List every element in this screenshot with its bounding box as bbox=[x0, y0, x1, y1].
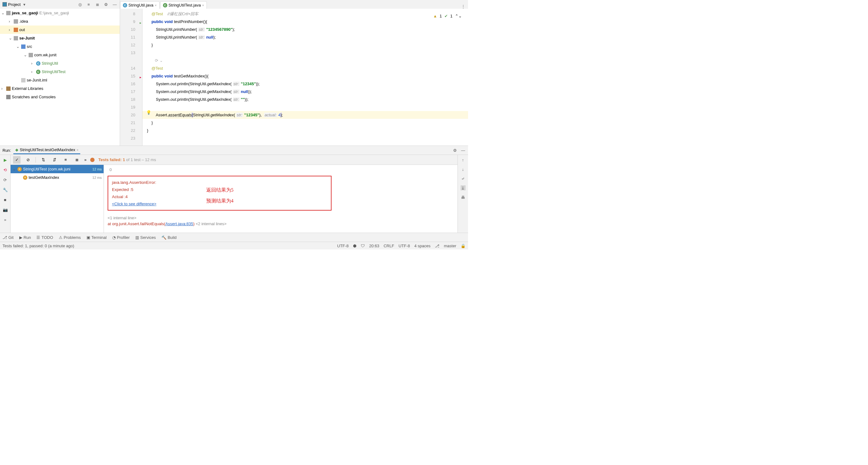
tree-sejunit[interactable]: ⌄ se-Junit bbox=[0, 34, 120, 42]
gear-icon[interactable]: ⚙ bbox=[453, 148, 458, 153]
collapse-all-icon[interactable]: ≣ bbox=[73, 156, 81, 164]
collapse-icon[interactable]: ≣ bbox=[95, 2, 100, 7]
project-icon bbox=[2, 2, 7, 6]
assertion-error: java.lang.AssertionError: bbox=[112, 180, 156, 185]
git-tool[interactable]: ⎇Git bbox=[2, 235, 14, 240]
line-separator[interactable]: CRLF bbox=[383, 244, 394, 248]
project-label: Project bbox=[8, 2, 21, 7]
warning-icon: ▲ bbox=[433, 14, 437, 18]
indent[interactable]: 4 spaces bbox=[414, 244, 430, 248]
tree-idea[interactable]: › .idea bbox=[0, 17, 120, 26]
test-time: 12 ms bbox=[92, 167, 102, 171]
play-icon: ▶ bbox=[19, 235, 22, 240]
tree-class-stringutiltest[interactable]: › C StringUtilTest bbox=[0, 67, 120, 76]
minimize-icon[interactable]: — bbox=[461, 148, 466, 153]
chevron-right-icon: › bbox=[31, 61, 35, 66]
git-branch[interactable]: master bbox=[444, 244, 456, 248]
close-icon[interactable]: × bbox=[155, 3, 156, 7]
intention-bulb-icon[interactable]: 💡 bbox=[146, 110, 151, 115]
gear-icon[interactable]: ⚙ bbox=[103, 2, 108, 7]
test-class-row[interactable]: ⌄ ✕ StringUtilTest (com.wk.juni 12 ms bbox=[10, 165, 103, 173]
code-editor[interactable]: 8 9▸ 10 11 12 13 14 15▸ 16 17 18 19 20 2… bbox=[120, 9, 468, 146]
console-output[interactable]: 0 java.lang.AssertionError: Expected :5 … bbox=[104, 165, 458, 232]
editor-tab-stringutil[interactable]: C StringUtil.java × bbox=[120, 1, 159, 9]
dump-icon[interactable]: 📷 bbox=[3, 207, 8, 212]
stop-icon[interactable]: ■ bbox=[3, 197, 8, 202]
libraries-icon bbox=[6, 87, 10, 91]
expand-icon[interactable]: ≡ bbox=[86, 2, 91, 7]
warning-icon: ⚠ bbox=[59, 235, 63, 240]
show-passed-icon[interactable]: ✓ bbox=[13, 156, 21, 164]
tree-external-libs[interactable]: › External Libraries bbox=[0, 84, 120, 93]
sort-icon-2[interactable]: ⇵ bbox=[51, 156, 58, 164]
rerun-failed-icon[interactable]: ⟲ bbox=[3, 167, 8, 172]
java-class-icon: C bbox=[36, 61, 40, 66]
build-tool[interactable]: 🔨Build bbox=[161, 235, 177, 240]
more-icon[interactable]: » bbox=[3, 217, 8, 222]
target-icon[interactable]: ◎ bbox=[78, 2, 83, 7]
java-test-class-icon: C bbox=[36, 70, 40, 74]
tree-label: Scratches and Consoles bbox=[12, 95, 56, 99]
tree-pkg[interactable]: ⌄ com.wk.junit bbox=[0, 51, 120, 59]
tree-iml[interactable]: › se-Junit.iml bbox=[0, 76, 120, 84]
folder-icon bbox=[14, 28, 18, 32]
soft-wrap-icon[interactable]: ⤶ bbox=[461, 176, 466, 181]
tree-src[interactable]: ⌄ src bbox=[0, 42, 120, 51]
problems-tool[interactable]: ⚠Problems bbox=[59, 235, 81, 240]
ide-icon[interactable]: ⬢ bbox=[353, 244, 356, 248]
test-tree[interactable]: ⌄ ✕ StringUtilTest (com.wk.juni 12 ms ✕ … bbox=[10, 165, 104, 232]
todo-tool[interactable]: ☰TODO bbox=[36, 235, 53, 240]
up-icon[interactable]: ↑ bbox=[461, 157, 466, 162]
tests-failed-label: Tests failed: 1 bbox=[98, 157, 125, 162]
stacktrace-link[interactable]: Assert.java:835 bbox=[165, 221, 193, 226]
shield-icon[interactable]: 🛡 bbox=[361, 244, 365, 248]
tree-scratches[interactable]: › Scratches and Consoles bbox=[0, 93, 120, 101]
tree-out[interactable]: › out bbox=[0, 26, 120, 34]
see-difference-link[interactable]: <Click to see difference> bbox=[112, 202, 156, 206]
services-tool[interactable]: ▥Services bbox=[135, 235, 156, 240]
rerun-icon[interactable]: ▶ bbox=[3, 157, 8, 162]
chevron-up-down-icon[interactable]: ⌃⌄ bbox=[455, 14, 462, 18]
show-ignored-icon[interactable]: ⊘ bbox=[24, 156, 32, 164]
tree-label: .idea bbox=[19, 19, 28, 24]
terminal-tool[interactable]: ▣Terminal bbox=[87, 235, 107, 240]
tests-tail: of 1 test – 12 ms bbox=[125, 157, 156, 162]
chevron-down-icon: ▾ bbox=[22, 2, 27, 7]
chevron-right-icon: › bbox=[31, 69, 35, 74]
editor-tab-stringutiltest[interactable]: C StringUtilTest.java × bbox=[160, 1, 207, 9]
project-tree[interactable]: ⌄ java_se_gaoji E:\java_se_gaoji › .idea… bbox=[0, 9, 120, 146]
editor-content[interactable]: ▲1 ✔1 ⌃⌄ 💡 @Test //爆红按Crtl+回车 public voi… bbox=[143, 9, 468, 146]
run-tab[interactable]: ◆ StringUtilTest.testGetMaxIndex × bbox=[13, 146, 80, 154]
run-tool[interactable]: ▶Run bbox=[19, 235, 31, 240]
expand-all-icon[interactable]: ≡ bbox=[62, 156, 69, 164]
tree-class-stringutil[interactable]: › C StringUtil bbox=[0, 59, 120, 67]
test-method-row[interactable]: ✕ testGetMaxIndex 12 ms bbox=[10, 173, 103, 182]
print-icon[interactable]: 🖶 bbox=[461, 195, 466, 200]
src-folder-icon bbox=[21, 44, 26, 49]
encoding-1[interactable]: UTF-8 bbox=[337, 244, 349, 248]
inspections-widget[interactable]: ▲1 ✔1 ⌃⌄ bbox=[433, 14, 462, 18]
tree-root[interactable]: ⌄ java_se_gaoji E:\java_se_gaoji bbox=[0, 9, 120, 17]
tree-label: StringUtil bbox=[42, 61, 58, 66]
chevron-right-icon: › bbox=[1, 86, 5, 91]
caret-position[interactable]: 20:63 bbox=[369, 244, 379, 248]
profiler-tool[interactable]: ◔Profiler bbox=[112, 235, 130, 240]
lock-icon[interactable]: 🔒 bbox=[461, 244, 466, 248]
wrench-icon[interactable]: 🔧 bbox=[3, 187, 8, 192]
tree-label: se-Junit.iml bbox=[27, 78, 47, 83]
more-icon[interactable]: ⋮ bbox=[461, 4, 466, 9]
chevron-down-icon: ⌄ bbox=[1, 10, 5, 15]
toggle-auto-icon[interactable]: ⟳ bbox=[3, 177, 8, 182]
encoding-2[interactable]: UTF-8 bbox=[398, 244, 410, 248]
sort-icon[interactable]: ⇅ bbox=[39, 156, 47, 164]
list-icon: ☰ bbox=[36, 235, 40, 240]
tree-path: E:\java_se_gaoji bbox=[39, 10, 69, 15]
close-icon[interactable]: × bbox=[202, 3, 204, 7]
module-icon bbox=[6, 11, 10, 15]
minimize-icon[interactable]: — bbox=[112, 2, 117, 7]
down-icon[interactable]: ↓ bbox=[461, 167, 466, 172]
tree-label: se-Junit bbox=[19, 36, 35, 40]
project-selector[interactable]: Project ▾ bbox=[0, 2, 29, 7]
close-icon[interactable]: × bbox=[76, 148, 79, 152]
scroll-to-end-icon[interactable]: ⤓ bbox=[461, 185, 466, 190]
